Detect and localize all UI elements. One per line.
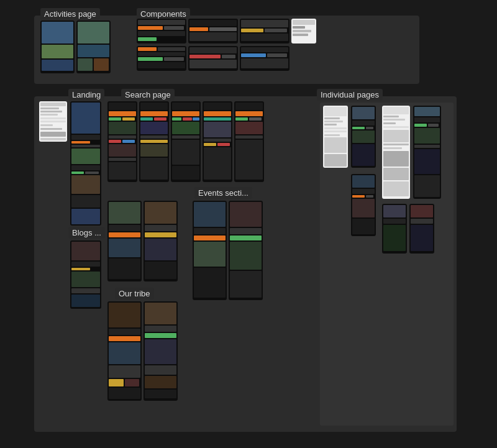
blogs-label: Blogs ...	[68, 227, 105, 239]
search-frame-5	[234, 101, 264, 182]
search-frame-1	[107, 101, 137, 182]
activities-label: Activities page	[40, 8, 100, 20]
landing-wireframe	[39, 101, 67, 142]
search-page-label: Search page	[121, 89, 175, 101]
lower-section-box: Landing Search page Individual pages	[34, 96, 457, 432]
events-frame-3	[193, 201, 227, 300]
individual-frame-light-1	[323, 106, 348, 168]
activities-frame-1	[40, 21, 75, 73]
individual-frame-dark-2	[413, 106, 441, 199]
individual-frame-dark-3	[351, 174, 376, 236]
events-frame-2	[144, 201, 178, 281]
landing-frame-dark	[70, 101, 101, 226]
components-frames	[137, 19, 404, 78]
blogs-frame	[70, 240, 101, 309]
individual-pages-label: Individual pages	[317, 89, 383, 101]
activities-frame-2	[76, 21, 111, 73]
events-frame-4	[229, 201, 263, 300]
landing-label: Landing	[68, 89, 104, 101]
our-tribe-frame-2	[144, 301, 178, 401]
activities-section-box: Activities page Components	[34, 16, 419, 84]
search-frame-2	[139, 101, 169, 182]
our-tribe-frame-1	[107, 301, 142, 401]
individual-pages-box	[320, 103, 454, 426]
individual-frame-dark-5	[409, 204, 434, 254]
canvas: Activities page Components	[0, 0, 497, 448]
individual-frame-dark-4	[382, 204, 407, 254]
individual-frame-light-2	[382, 106, 410, 199]
our-tribe-label: Our tribe	[115, 288, 154, 299]
search-frame-3	[171, 101, 201, 182]
individual-frame-dark-1	[351, 106, 376, 168]
events-frame-1	[107, 201, 142, 281]
search-frame-4	[203, 101, 232, 182]
events-section-label: Events secti...	[194, 187, 252, 199]
